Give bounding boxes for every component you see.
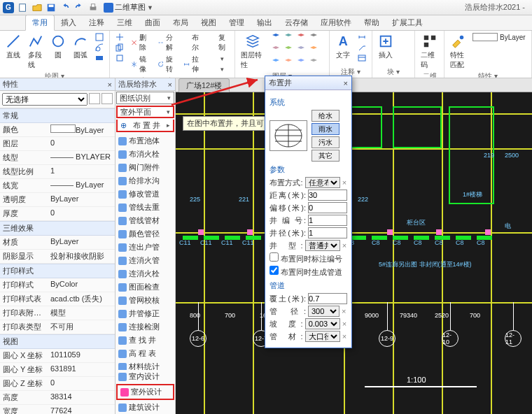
close-icon[interactable]: × <box>168 80 172 89</box>
ins-1[interactable] <box>399 32 410 42</box>
layer-ic5[interactable] <box>271 45 281 55</box>
dlg-input[interactable] <box>308 227 347 238</box>
delete-button[interactable]: 删除 <box>130 32 152 53</box>
props-row[interactable]: 高度38314 <box>0 391 115 405</box>
dlg-input[interactable] <box>308 215 347 226</box>
cb-label-auto-number[interactable]: 布置同时标注编号 <box>270 252 342 264</box>
clear-icon[interactable]: × <box>342 307 347 315</box>
tree-item[interactable]: 连消火管 <box>115 254 175 267</box>
cb-auto-number[interactable] <box>270 252 279 262</box>
cb-label-auto-pipe[interactable]: 布置同时生成管道 <box>270 266 342 278</box>
menu-tab-2[interactable]: 注释 <box>83 15 111 30</box>
dlg-input[interactable] <box>308 293 347 304</box>
qat-doc-icon[interactable] <box>104 3 113 13</box>
layer-ic12[interactable] <box>309 57 318 67</box>
tree-item[interactable]: 高 程 表 <box>115 347 175 360</box>
bylayer-combo[interactable]: ByLayer <box>471 32 527 42</box>
props-section[interactable]: 视图 <box>0 334 115 349</box>
quick-select-icon[interactable] <box>102 93 113 104</box>
layer-ic6[interactable] <box>284 45 293 55</box>
props-section[interactable]: 三维效果 <box>0 221 115 236</box>
menu-tab-0[interactable]: 常用 <box>25 15 55 31</box>
props-row[interactable]: 圆心 Y 坐标631891 <box>0 363 115 377</box>
props-row[interactable]: 圆心 X 坐标1011059 <box>0 349 115 363</box>
props-row[interactable]: 线型比例1 <box>0 165 115 179</box>
sys-button-3[interactable]: 其它 <box>312 150 340 162</box>
insert-button[interactable]: 插入 <box>377 32 395 62</box>
menu-tab-11[interactable]: 帮助 <box>358 15 386 30</box>
tree-item[interactable]: 管线管材 <box>115 214 175 227</box>
qat-save-icon[interactable] <box>46 3 56 13</box>
tree-category[interactable]: 室外设计 <box>116 384 174 400</box>
dlg-input[interactable] <box>308 190 347 201</box>
menu-tab-3[interactable]: 三维 <box>111 15 139 30</box>
move-button[interactable] <box>114 32 125 42</box>
layer-ic9[interactable] <box>271 57 281 67</box>
split-button[interactable]: 分解 <box>156 32 178 53</box>
clear-icon[interactable]: × <box>342 320 347 328</box>
ins-3[interactable] <box>399 53 410 63</box>
dlg-input[interactable]: 0.003 <box>305 318 340 329</box>
dim-linear-button[interactable] <box>356 32 368 42</box>
qr-button[interactable]: 二维码 <box>419 32 440 71</box>
layer-props-button[interactable]: 图层特性 <box>239 32 266 71</box>
tree-item[interactable]: 连消火栓 <box>115 267 175 280</box>
tree-item[interactable]: 管网校核 <box>115 294 175 307</box>
mirror-button[interactable]: 镜像 <box>130 54 152 75</box>
props-row[interactable]: 打印样式ByColor <box>0 278 115 292</box>
layer-ic8[interactable] <box>309 45 318 55</box>
props-row[interactable]: 厚度0 <box>0 207 115 221</box>
clear-icon[interactable]: × <box>342 178 347 187</box>
line-button[interactable]: 直线 <box>4 32 22 62</box>
tree-item[interactable]: 查 找 井 <box>115 334 175 347</box>
propmatch-button[interactable]: 特性匹配 <box>449 32 467 71</box>
tree-item[interactable]: 阀门附件 <box>115 161 175 174</box>
qat-new-icon[interactable] <box>18 3 28 13</box>
selection-combo[interactable]: 无选择 <box>2 93 88 106</box>
props-row[interactable]: 材质ByLayer <box>0 236 115 250</box>
sys-button-0[interactable]: 给水 <box>312 110 340 122</box>
arc-button[interactable]: 圆弧 <box>71 32 90 62</box>
props-section[interactable]: 打印样式 <box>0 264 115 278</box>
copy-btn[interactable] <box>114 43 125 52</box>
qat-print-icon[interactable] <box>88 3 98 13</box>
offset-btn[interactable] <box>114 53 125 63</box>
dlg-input[interactable]: 300 <box>308 306 340 317</box>
dlg-input[interactable] <box>308 202 347 213</box>
canvas-tab[interactable]: 广场12#楼 <box>178 78 230 92</box>
text-button[interactable]: A文字 <box>334 32 352 62</box>
props-section[interactable]: 常规 <box>0 108 115 123</box>
layer-ic1[interactable] <box>271 32 281 42</box>
close-icon[interactable]: × <box>108 80 112 89</box>
misc-draw-1[interactable] <box>94 32 105 42</box>
dialog-close-icon[interactable]: × <box>344 79 348 87</box>
menu-tab-9[interactable]: 云存储 <box>279 15 314 30</box>
pick-icon[interactable] <box>89 93 100 104</box>
menu-tab-7[interactable]: 管理 <box>223 15 251 30</box>
props-row[interactable]: 打印表附…模型 <box>0 306 115 320</box>
leader-button[interactable] <box>356 43 368 52</box>
qat-open-icon[interactable] <box>32 3 42 13</box>
dlg-input[interactable]: 普通井 <box>305 240 340 251</box>
props-row[interactable]: 打印表类型不可用 <box>0 320 115 334</box>
bool-button[interactable]: 布尔 <box>182 32 204 53</box>
menu-tab-12[interactable]: 扩展工具 <box>386 15 429 30</box>
copy2-button[interactable]: 复制 <box>209 32 231 53</box>
props-row[interactable]: 阴影显示投射和接收阴影 <box>0 250 115 264</box>
tree-item[interactable]: 图面检查 <box>115 280 175 294</box>
sys-button-1[interactable]: 雨水 <box>312 123 340 135</box>
menu-tab-4[interactable]: 曲面 <box>139 15 167 30</box>
tree-item[interactable]: 井管修正 <box>115 307 175 320</box>
props-row[interactable]: 图层0 <box>0 137 115 151</box>
tree-dd-3[interactable]: ⊕布 置 井▸ <box>116 120 174 132</box>
tree-item[interactable]: 颜色管径 <box>115 227 175 241</box>
polyline-button[interactable]: 多段线 <box>27 32 45 71</box>
ins-2[interactable] <box>399 43 410 52</box>
qat-redo-icon[interactable] <box>74 3 84 13</box>
layer-ic10[interactable] <box>284 57 293 67</box>
misc-draw-3[interactable] <box>94 53 105 63</box>
tree-item[interactable]: 连出户管 <box>115 241 175 254</box>
props-row[interactable]: 颜色ByLayer <box>0 123 115 137</box>
qat-dropdown-icon[interactable]: ▼ <box>147 4 153 11</box>
menu-tab-1[interactable]: 插入 <box>55 15 83 30</box>
